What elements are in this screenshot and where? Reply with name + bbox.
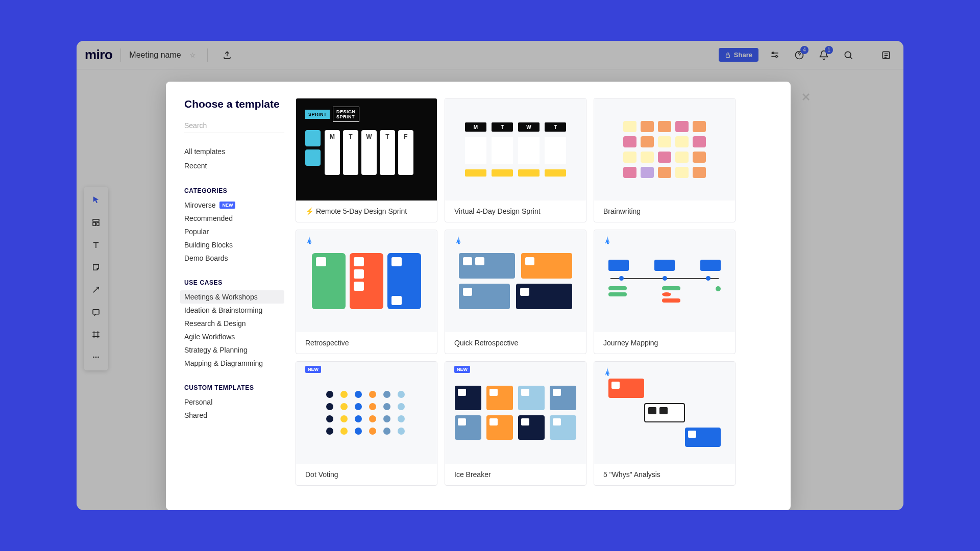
template-preview (594, 362, 735, 464)
close-icon[interactable] (800, 91, 814, 105)
category-recommended[interactable]: Recommended (184, 212, 284, 225)
category-building-blocks[interactable]: Building Blocks (184, 238, 284, 252)
template-label: Ice Breaker (445, 464, 586, 485)
template-preview (445, 230, 586, 332)
category-demo-boards[interactable]: Demo Boards (184, 252, 284, 265)
template-label: Virtual 4-Day Design Sprint (445, 201, 586, 222)
template-card[interactable]: MTWTVirtual 4-Day Design Sprint (445, 98, 586, 222)
template-preview (296, 230, 437, 332)
template-card[interactable]: Brainwriting (594, 98, 736, 222)
new-badge: NEW (305, 366, 321, 373)
search-input[interactable] (184, 118, 284, 133)
usecase-research[interactable]: Research & Design (184, 317, 284, 330)
category-popular[interactable]: Popular (184, 225, 284, 238)
usecase-mapping[interactable]: Mapping & Diagramming (184, 357, 284, 370)
new-badge: NEW (454, 366, 470, 373)
sidebar-link-recent[interactable]: Recent (184, 159, 284, 173)
template-label: Retrospective (296, 332, 437, 354)
template-preview: NEW (296, 362, 437, 464)
atlassian-icon (303, 234, 314, 247)
usecase-meetings[interactable]: Meetings & Workshops (180, 290, 284, 304)
section-categories: Categories (184, 187, 284, 194)
template-preview (594, 98, 735, 201)
template-card[interactable]: NEWIce Breaker (445, 361, 586, 486)
template-label: Brainwriting (594, 201, 735, 222)
section-custom: Custom Templates (184, 384, 284, 391)
template-preview: MTWT (445, 98, 586, 201)
template-preview: SPRINTDESIGNSPRINTMTWTF (296, 98, 437, 201)
template-card[interactable]: Retrospective (296, 230, 437, 354)
template-card[interactable]: Journey Mapping (594, 230, 736, 354)
usecase-ideation[interactable]: Ideation & Brainstorming (184, 304, 284, 317)
usecase-agile[interactable]: Agile Workflows (184, 330, 284, 343)
template-preview (594, 230, 735, 332)
template-label: Quick Retrospective (445, 332, 586, 354)
template-card[interactable]: SPRINTDESIGNSPRINTMTWTF⚡ Remote 5-Day De… (296, 98, 437, 222)
section-usecases: Use Cases (184, 279, 284, 286)
template-label: ⚡ Remote 5-Day Design Sprint (296, 201, 437, 222)
custom-personal[interactable]: Personal (184, 395, 284, 409)
atlassian-icon (601, 366, 612, 379)
template-card[interactable]: Quick Retrospective (445, 230, 586, 354)
template-preview: NEW (445, 362, 586, 464)
modal-title: Choose a template (184, 98, 284, 110)
atlassian-icon (601, 234, 612, 247)
template-card[interactable]: NEWDot Voting (296, 361, 437, 486)
sidebar-link-all[interactable]: All templates (184, 144, 284, 159)
custom-shared[interactable]: Shared (184, 409, 284, 422)
category-miroverse[interactable]: MiroverseNEW (184, 198, 284, 212)
template-label: Dot Voting (296, 464, 437, 485)
template-label: Journey Mapping (594, 332, 735, 354)
usecase-strategy[interactable]: Strategy & Planning (184, 343, 284, 357)
atlassian-icon (452, 234, 463, 247)
template-card[interactable]: 5 "Whys" Analysis (594, 361, 736, 486)
new-badge: NEW (219, 202, 235, 209)
template-label: 5 "Whys" Analysis (594, 464, 735, 485)
